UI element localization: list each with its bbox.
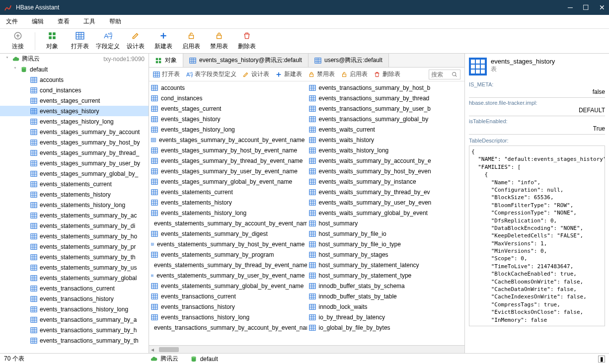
search-box[interactable] <box>429 70 460 79</box>
list-item[interactable]: events_stages_summary_global_by_event_na… <box>149 176 307 187</box>
horizontal-scrollbar[interactable]: ◂ <box>149 345 464 353</box>
tree-table-row[interactable]: events_statements_summary_by_th <box>0 252 149 262</box>
menu-文件[interactable]: 文件 <box>6 17 18 26</box>
list-item[interactable]: io_global_by_file_by_bytes <box>307 322 465 333</box>
list-item[interactable]: events_stages_summary_by_thread_by_event… <box>149 155 307 166</box>
new-table-button[interactable]: 新建表 <box>275 70 302 78</box>
disable-table-button[interactable]: 禁用表 <box>308 70 335 78</box>
open-table-button[interactable]: 打开表 <box>153 70 180 78</box>
menu-帮助[interactable]: 帮助 <box>109 17 121 26</box>
list-item[interactable]: events_waits_summary_by_account_by_e <box>307 155 465 166</box>
list-item[interactable]: innodb_buffer_stats_by_schema <box>307 281 465 291</box>
tree-connection-row[interactable]: ˅ 腾讯云 txy-node1:9090 <box>0 54 149 64</box>
tree-table-row[interactable]: events_transactions_summary_by_h <box>0 325 149 335</box>
list-item[interactable]: events_waits_summary_by_instance <box>307 176 465 187</box>
toolbar-禁用表[interactable]: 禁用表 <box>205 31 233 51</box>
list-item[interactable]: events_waits_history <box>307 135 465 145</box>
list-item[interactable]: events_statements_summary_by_program <box>149 249 307 260</box>
tree-table-row[interactable]: events_stages_summary_global_by_ <box>0 168 149 179</box>
maximize-button[interactable]: ☐ <box>583 3 589 11</box>
list-item[interactable]: innodb_buffer_stats_by_table <box>307 291 465 301</box>
list-item[interactable]: events_statements_history <box>149 197 307 208</box>
list-item[interactable]: events_transactions_history_long <box>149 312 307 322</box>
list-item[interactable]: host_summary_by_statement_type <box>307 270 465 281</box>
tree-table-row[interactable]: events_stages_history_long <box>0 116 149 127</box>
tree-table-row[interactable]: events_transactions_current <box>0 283 149 293</box>
list-item[interactable]: accounts <box>149 82 307 93</box>
tree-table-row[interactable]: events_statements_history <box>0 189 149 200</box>
chevron-down-icon[interactable]: ˅ <box>4 56 10 62</box>
tree-table-row[interactable]: cond_instances <box>0 85 149 95</box>
list-item[interactable]: events_waits_summary_by_host_by_even <box>307 166 465 176</box>
tree-table-row[interactable]: events_statements_summary_by_pr <box>0 241 149 252</box>
field-types-button[interactable]: 表字段类型定义 <box>186 70 236 78</box>
tree-table-row[interactable]: events_stages_summary_by_account <box>0 127 149 137</box>
list-item[interactable]: events_statements_summary_by_digest <box>149 228 307 239</box>
list-item[interactable]: events_stages_summary_by_account_by_even… <box>149 135 307 145</box>
list-item[interactable]: events_statements_summary_by_thread_by_e… <box>149 260 307 270</box>
menu-查看[interactable]: 查看 <box>58 17 70 26</box>
toolbar-设计表[interactable]: 设计表 <box>122 31 150 51</box>
list-item[interactable]: events_waits_summary_global_by_event <box>307 208 465 218</box>
tab-0[interactable]: 对象 <box>149 54 183 67</box>
list-item[interactable]: events_stages_history_long <box>149 124 307 135</box>
list-item[interactable]: events_transactions_summary_by_account_b… <box>149 322 307 333</box>
tree-table-row[interactable]: events_transactions_history_long <box>0 304 149 314</box>
list-item[interactable]: events_waits_summary_by_user_by_even <box>307 197 465 208</box>
list-item[interactable]: host_summary_by_statement_latency <box>307 260 465 270</box>
toolbar-字段定义[interactable]: 字段定义 <box>94 31 122 51</box>
status-toggle-button[interactable]: ▮ <box>598 356 605 363</box>
toolbar-删除表[interactable]: 删除表 <box>233 31 261 51</box>
tree-table-row[interactable]: events_transactions_summary_by_a <box>0 314 149 325</box>
list-item[interactable]: events_statements_summary_by_user_by_eve… <box>149 270 307 281</box>
list-item[interactable]: cond_instances <box>149 93 307 103</box>
tree-table-row[interactable]: events_statements_summary_by_us <box>0 262 149 273</box>
list-item[interactable]: events_statements_history_long <box>149 208 307 218</box>
tree-table-row[interactable]: events_statements_summary_global <box>0 273 149 283</box>
menu-编辑[interactable]: 编辑 <box>32 17 44 26</box>
list-item[interactable]: events_stages_history <box>149 114 307 124</box>
tab-1[interactable]: events_stages_history@腾讯云:default <box>183 54 308 67</box>
search-input[interactable] <box>431 71 451 78</box>
list-item[interactable]: host_summary_by_stages <box>307 249 465 260</box>
list-item[interactable]: events_transactions_summary_global_by <box>307 114 465 124</box>
list-item[interactable]: events_transactions_summary_by_user_b <box>307 103 465 114</box>
tree-table-row[interactable]: events_statements_history_long <box>0 200 149 210</box>
delete-table-button[interactable]: 删除表 <box>374 70 400 78</box>
list-item[interactable]: events_statements_summary_by_host_by_eve… <box>149 239 307 249</box>
descriptor-text[interactable]: { "NAME": "default:events_stages_history… <box>469 146 605 326</box>
list-item[interactable]: events_waits_history_long <box>307 145 465 155</box>
tree-table-row[interactable]: accounts <box>0 74 149 85</box>
list-item[interactable]: host_summary_by_file_io <box>307 228 465 239</box>
minimize-button[interactable]: ─ <box>568 3 573 11</box>
list-item[interactable]: events_waits_summary_by_thread_by_ev <box>307 187 465 197</box>
tree-table-row[interactable]: events_stages_summary_by_user_by <box>0 158 149 168</box>
list-item[interactable]: host_summary_by_file_io_type <box>307 239 465 249</box>
list-item[interactable]: host_summary <box>307 218 465 228</box>
list-item[interactable]: events_stages_current <box>149 103 307 114</box>
list-item[interactable]: innodb_lock_waits <box>307 301 465 312</box>
list-item[interactable]: io_by_thread_by_latency <box>307 312 465 322</box>
list-item[interactable]: events_transactions_history <box>149 301 307 312</box>
tree-table-row[interactable]: events_statements_summary_by_ac <box>0 210 149 220</box>
chevron-down-icon[interactable]: ˅ <box>12 67 18 72</box>
tree-table-row[interactable]: events_statements_summary_by_ho <box>0 231 149 241</box>
toolbar-启用表[interactable]: 启用表 <box>177 31 205 51</box>
list-item[interactable]: events_statements_summary_global_by_even… <box>149 281 307 291</box>
tree-namespace-row[interactable]: ˅ default <box>0 64 149 74</box>
tree-table-row[interactable]: events_stages_history <box>0 106 149 116</box>
tab-2[interactable]: users@腾讯云:default <box>308 54 389 67</box>
list-item[interactable]: events_statements_summary_by_account_by_… <box>149 218 307 228</box>
toolbar-打开表[interactable]: 打开表 <box>66 31 94 51</box>
menu-工具[interactable]: 工具 <box>83 17 95 26</box>
enable-table-button[interactable]: 启用表 <box>341 70 368 78</box>
list-item[interactable]: events_stages_summary_by_user_by_event_n… <box>149 166 307 176</box>
list-item[interactable]: events_transactions_summary_by_thread <box>307 93 465 103</box>
close-button[interactable]: ✕ <box>599 3 605 11</box>
tree-table-row[interactable]: events_statements_current <box>0 179 149 189</box>
design-table-button[interactable]: 设计表 <box>242 70 269 78</box>
list-item[interactable]: events_transactions_current <box>149 291 307 301</box>
tree-table-row[interactable]: events_stages_summary_by_host_by <box>0 137 149 147</box>
tree-table-row[interactable]: events_transactions_history <box>0 293 149 304</box>
toolbar-新建表[interactable]: 新建表 <box>150 31 177 51</box>
